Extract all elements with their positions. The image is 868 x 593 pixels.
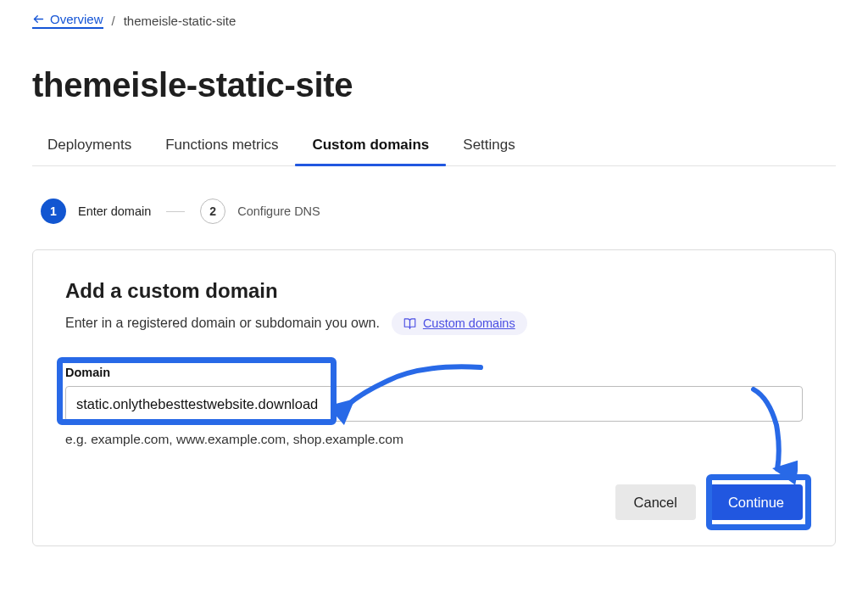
step-number-circle: 1 — [41, 199, 66, 224]
tabs: Deployments Functions metrics Custom dom… — [32, 137, 836, 166]
book-open-icon — [403, 317, 416, 330]
doc-badge-label: Custom domains — [423, 316, 515, 330]
breadcrumb: Overview / themeisle-static-site — [32, 12, 836, 29]
breadcrumb-back-link[interactable]: Overview — [32, 12, 103, 29]
domain-hint: e.g. example.com, www.example.com, shop.… — [65, 432, 803, 447]
tab-custom-domains[interactable]: Custom domains — [312, 137, 429, 165]
tab-label: Functions metrics — [165, 137, 278, 153]
step-1: 1 Enter domain — [41, 199, 151, 224]
step-2: 2 Configure DNS — [200, 199, 320, 224]
tab-functions-metrics[interactable]: Functions metrics — [165, 137, 278, 165]
domain-field-label: Domain — [65, 366, 803, 379]
stepper: 1 Enter domain 2 Configure DNS — [41, 199, 836, 224]
tab-settings[interactable]: Settings — [463, 137, 515, 165]
card-subtitle-row: Enter in a registered domain or subdomai… — [65, 311, 803, 335]
tab-label: Settings — [463, 137, 515, 153]
arrow-left-icon — [32, 13, 45, 25]
button-label: Cancel — [634, 495, 677, 510]
page-title: themeisle-static-site — [32, 66, 836, 104]
card-actions: Cancel Continue — [65, 484, 803, 520]
step-label: Configure DNS — [237, 204, 320, 218]
tab-label: Custom domains — [312, 137, 429, 153]
card-heading: Add a custom domain — [65, 279, 803, 303]
continue-button[interactable]: Continue — [709, 484, 803, 520]
breadcrumb-current: themeisle-static-site — [124, 14, 236, 28]
domain-form-block: Domain e.g. example.com, www.example.com… — [65, 366, 803, 447]
breadcrumb-back-label: Overview — [50, 12, 103, 26]
cancel-button[interactable]: Cancel — [615, 484, 696, 520]
tab-label: Deployments — [47, 137, 131, 153]
card-subtitle: Enter in a registered domain or subdomai… — [65, 316, 380, 331]
step-divider — [166, 211, 185, 212]
step-label: Enter domain — [78, 204, 151, 218]
button-label: Continue — [728, 495, 784, 510]
breadcrumb-separator: / — [112, 14, 115, 28]
step-number-circle: 2 — [200, 199, 225, 224]
domain-input[interactable] — [65, 386, 803, 422]
tab-deployments[interactable]: Deployments — [47, 137, 131, 165]
add-custom-domain-card: Add a custom domain Enter in a registere… — [32, 249, 836, 546]
custom-domains-doc-badge[interactable]: Custom domains — [392, 311, 527, 335]
